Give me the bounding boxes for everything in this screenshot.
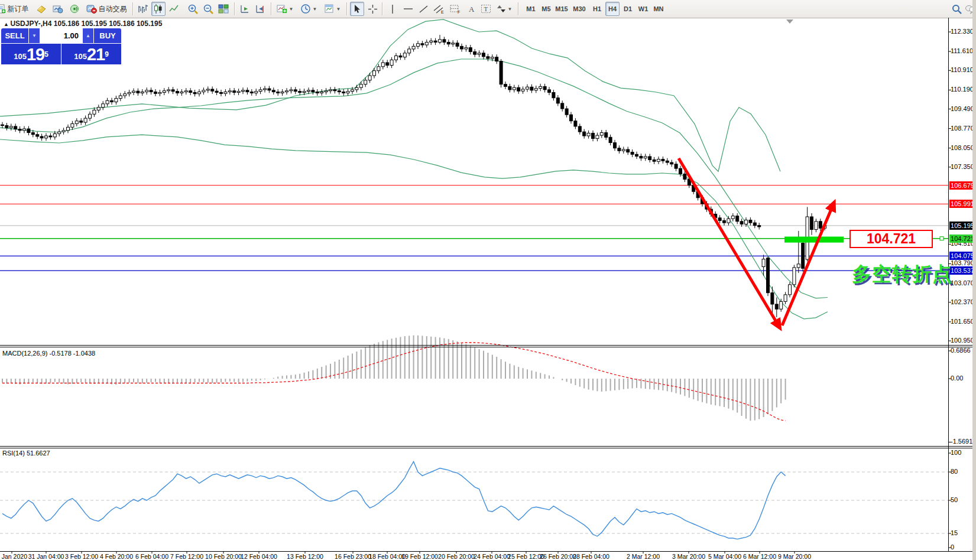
macd-pane[interactable]: [2, 336, 786, 421]
symbol-name: USDJPY-,H4: [10, 19, 51, 28]
sell-button[interactable]: SELL: [1, 28, 28, 43]
buy-price-figure: 105: [74, 50, 87, 63]
sell-price[interactable]: 105195: [1, 44, 61, 64]
buy-price-pips: 21: [87, 46, 105, 63]
collapse-triangle-icon[interactable]: ▲: [4, 21, 10, 27]
buy-price[interactable]: 105219: [61, 44, 121, 64]
buy-price-point: 9: [105, 45, 109, 63]
bollinger-lower: [0, 135, 828, 319]
volume-increase-button[interactable]: ▲: [83, 28, 93, 43]
price-pane[interactable]: [0, 19, 948, 327]
trend-arrow[interactable]: [679, 158, 779, 327]
macd-signal-line: [2, 343, 786, 421]
buy-button[interactable]: BUY: [94, 28, 121, 43]
window-edge: [972, 0, 976, 560]
symbol-info-bar: ▲ USDJPY-,H4 105.186 105.195 105.186 105…: [4, 19, 162, 28]
trading-terminal: 新订单 自动交易: [0, 0, 976, 560]
supply-zone[interactable]: [784, 237, 844, 243]
volume-input[interactable]: 1.00: [40, 28, 82, 43]
volume-decrease-button[interactable]: ▼: [29, 28, 40, 43]
rsi-pane[interactable]: [0, 461, 948, 539]
sell-price-pips: 19: [27, 46, 44, 63]
one-click-trading-panel: SELL ▼ 1.00 ▲ BUY 105195 105219: [1, 28, 121, 64]
symbol-ohlc: 105.186 105.195 105.186 105.195: [54, 19, 163, 28]
chart-area[interactable]: [0, 0, 976, 560]
chart-shift-marker[interactable]: [786, 19, 793, 24]
sell-price-figure: 105: [14, 50, 27, 63]
line-handle[interactable]: [940, 237, 943, 240]
sell-price-point: 5: [44, 45, 48, 63]
pane-borders: [0, 18, 972, 554]
